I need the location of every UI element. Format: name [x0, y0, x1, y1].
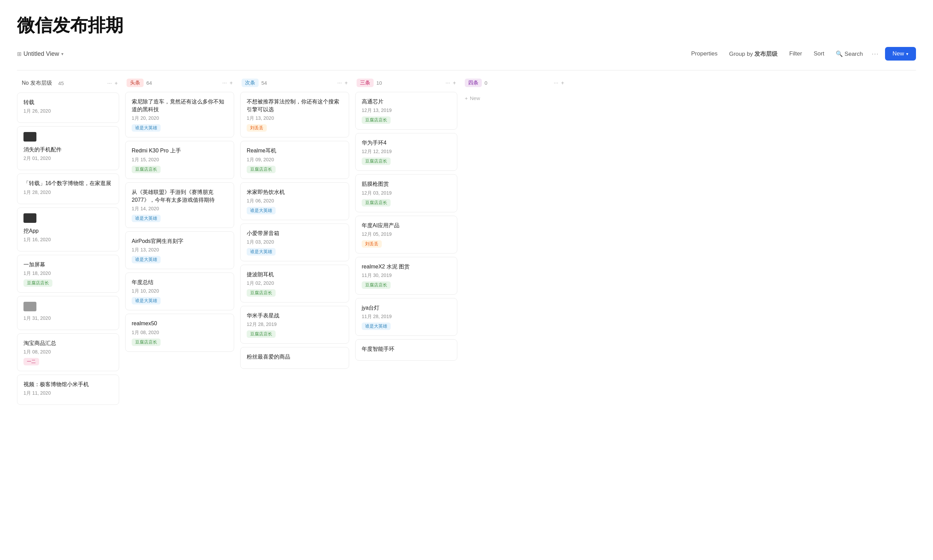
column-add-button-headline[interactable]: + [230, 80, 233, 86]
card-author-tag: 谁是大英雄 [132, 215, 161, 222]
table-row[interactable]: 高通芯片12月 13, 2019豆腐店店长 [355, 92, 457, 130]
card-date: 1月 11, 2020 [23, 390, 112, 396]
table-row[interactable]: 转载1月 26, 2020 [17, 92, 119, 123]
card-author-tag: 豆腐店店长 [362, 116, 391, 124]
table-row[interactable]: 一加屏幕1月 18, 2020豆腐店店长 [17, 255, 119, 292]
table-row[interactable]: 筋膜枪图赏12月 03, 2019豆腐店店长 [355, 174, 457, 212]
card-thumbnail [23, 302, 36, 311]
column-more-button-secondary[interactable]: ··· [337, 80, 342, 86]
column-add-button-secondary[interactable]: + [345, 80, 348, 86]
cards-container-headline: 索尼除了造车，竟然还有这么多你不知道的黑科技1月 20, 2020谁是大英雄Re… [125, 92, 234, 352]
card-date: 1月 03, 2020 [247, 239, 343, 245]
card-title: 筋膜枪图赏 [362, 180, 451, 188]
column-actions-no-level: ···+ [107, 80, 118, 86]
add-card-button-headline[interactable] [125, 352, 234, 358]
card-title: 年度AI应用产品 [362, 222, 451, 229]
card-date: 2月 01, 2020 [23, 155, 112, 162]
cards-container-tertiary: 高通芯片12月 13, 2019豆腐店店长华为手环412月 12, 2019豆腐… [355, 92, 457, 361]
sort-button[interactable]: Sort [811, 49, 827, 58]
column-add-button-no-level[interactable]: + [115, 80, 118, 86]
card-date: 11月 30, 2019 [362, 272, 451, 278]
add-card-button-no-level[interactable] [17, 405, 119, 412]
card-title: 从《英雄联盟》手游到《赛博朋克2077》，今年有太多游戏值得期待 [132, 188, 228, 204]
card-title: 消失的手机配件 [23, 146, 112, 154]
card-title: realmex50 [132, 320, 228, 327]
card-date: 1月 02, 2020 [247, 280, 343, 286]
column-more-button-tertiary[interactable]: ··· [445, 80, 450, 86]
view-icon: ⊞ [17, 51, 22, 57]
table-row[interactable]: 视频：极客博物馆小米手机1月 11, 2020 [17, 375, 119, 405]
table-row[interactable]: 消失的手机配件2月 01, 2020 [17, 126, 119, 170]
table-row[interactable]: Redmi K30 Pro 上手1月 15, 2020豆腐店店长 [125, 141, 234, 178]
column-count-secondary: 54 [261, 80, 267, 86]
add-card-button-secondary[interactable] [240, 369, 349, 375]
column-more-button-no-level[interactable]: ··· [107, 80, 112, 86]
card-date: 11月 28, 2019 [362, 314, 451, 320]
card-author-tag: 一二 [23, 358, 39, 365]
column-tag-fourth: 四条 [465, 78, 482, 87]
table-row[interactable]: 年度智能手环 [355, 339, 457, 361]
properties-button[interactable]: Properties [688, 49, 720, 58]
table-row[interactable]: 华为手环412月 12, 2019豆腐店店长 [355, 133, 457, 171]
table-row[interactable]: 不想被推荐算法控制，你还有这个搜索引擎可以选1月 13, 2020刘丢丢 [240, 92, 349, 137]
table-row[interactable]: 年度AI应用产品12月 05, 2019刘丢丢 [355, 216, 457, 254]
card-title: 华为手环4 [362, 139, 451, 147]
add-card-button-fourth[interactable]: + New [463, 92, 565, 105]
search-button[interactable]: 🔍 Search [833, 49, 865, 59]
card-date: 1月 09, 2020 [247, 157, 343, 163]
column-header-secondary: 次条54···+ [240, 78, 349, 87]
card-date: 1月 16, 2020 [23, 237, 112, 243]
table-row[interactable]: 1月 31, 2020 [17, 296, 119, 330]
column-add-button-fourth[interactable]: + [561, 80, 564, 86]
card-title: 粉丝最喜爱的商品 [247, 353, 343, 361]
table-row[interactable]: realmex501月 08, 2020豆腐店店长 [125, 314, 234, 351]
card-date: 1月 20, 2020 [132, 115, 228, 122]
card-date: 1月 26, 2020 [23, 108, 112, 114]
column-fourth: 四条0···++ New [463, 78, 565, 412]
table-row[interactable]: jya台灯11月 28, 2019谁是大英雄 [355, 298, 457, 336]
view-selector[interactable]: ⊞ Untitled View ▾ [17, 50, 64, 57]
add-card-button-tertiary[interactable] [355, 361, 457, 368]
card-title: 淘宝商品汇总 [23, 339, 112, 347]
toolbar-left: ⊞ Untitled View ▾ [17, 50, 64, 57]
table-row[interactable]: 「转载」16个数字博物馆，在家逛展1月 28, 2020 [17, 174, 119, 204]
column-more-button-fourth[interactable]: ··· [554, 80, 558, 86]
column-more-button-headline[interactable]: ··· [222, 80, 226, 86]
table-row[interactable]: 挖App1月 16, 2020 [17, 208, 119, 251]
table-row[interactable]: 从《英雄联盟》手游到《赛博朋克2077》，今年有太多游戏值得期待1月 14, 2… [125, 182, 234, 228]
card-thumbnail [23, 132, 36, 142]
table-row[interactable]: 索尼除了造车，竟然还有这么多你不知道的黑科技1月 20, 2020谁是大英雄 [125, 92, 234, 137]
new-button[interactable]: New ▾ [885, 47, 916, 60]
group-by-button[interactable]: Group by 发布层级 [727, 49, 781, 59]
card-author-tag: 豆腐店店长 [362, 199, 391, 206]
card-author-tag: 谁是大英雄 [247, 207, 276, 214]
card-date: 1月 18, 2020 [23, 271, 112, 277]
table-row[interactable]: 华米手表星战12月 28, 2019豆腐店店长 [240, 306, 349, 344]
table-row[interactable]: 粉丝最喜爱的商品 [240, 347, 349, 368]
column-secondary: 次条54···+不想被推荐算法控制，你还有这个搜索引擎可以选1月 13, 202… [240, 78, 349, 412]
table-row[interactable]: realmeX2 水泥 图赏11月 30, 2019豆腐店店长 [355, 257, 457, 295]
card-author-tag: 豆腐店店长 [362, 282, 391, 289]
table-row[interactable]: Realme耳机1月 09, 2020豆腐店店长 [240, 141, 349, 178]
page: 微信发布排期 ⊞ Untitled View ▾ Properties Grou… [0, 0, 933, 560]
more-options-button[interactable]: ··· [872, 50, 879, 57]
table-row[interactable]: 捷波朗耳机1月 02, 2020豆腐店店长 [240, 265, 349, 303]
column-count-fourth: 0 [485, 80, 487, 86]
table-row[interactable]: 淘宝商品汇总1月 08, 2020一二 [17, 334, 119, 371]
table-row[interactable]: 米家即热饮水机1月 06, 2020谁是大英雄 [240, 182, 349, 220]
card-title: 挖App [23, 227, 112, 235]
column-count-tertiary: 10 [376, 80, 382, 86]
card-date: 1月 06, 2020 [247, 198, 343, 204]
card-title: 不想被推荐算法控制，你还有这个搜索引擎可以选 [247, 98, 343, 113]
card-author-tag: 刘丢丢 [247, 124, 267, 132]
card-date: 1月 13, 2020 [247, 115, 343, 122]
table-row[interactable]: AirPods官网生肖刻字1月 13, 2020谁是大英雄 [125, 231, 234, 269]
card-title: 高通芯片 [362, 98, 451, 105]
cards-container-secondary: 不想被推荐算法控制，你还有这个搜索引擎可以选1月 13, 2020刘丢丢Real… [240, 92, 349, 369]
table-row[interactable]: 小爱带屏音箱1月 03, 2020谁是大英雄 [240, 223, 349, 261]
card-date: 12月 12, 2019 [362, 149, 451, 155]
column-add-button-tertiary[interactable]: + [453, 80, 456, 86]
column-actions-headline: ···+ [222, 80, 233, 86]
filter-button[interactable]: Filter [786, 49, 805, 58]
table-row[interactable]: 年度总结1月 10, 2020谁是大英雄 [125, 272, 234, 310]
